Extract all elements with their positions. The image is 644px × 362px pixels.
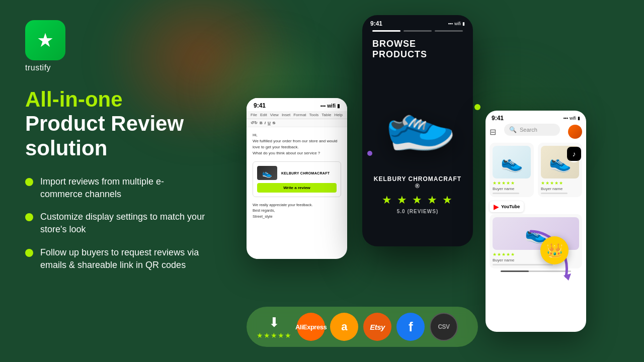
menu-tools: Tools xyxy=(309,113,319,117)
youtube-icon: ▶ xyxy=(494,203,499,211)
logo-box: ★ xyxy=(25,20,65,60)
email-footer-text: We really appreciate your feedback.Best … xyxy=(253,202,341,219)
write-review-button[interactable]: Write a review xyxy=(257,183,337,193)
browse-tab-3[interactable] xyxy=(435,30,463,32)
email-toolbar: File Edit View Inset Format Tools Table … xyxy=(247,111,347,119)
feature-text-3: Follow up buyers to request reviews via … xyxy=(40,246,206,272)
browse-product-info: KELBURY CHROMACRAFT ® ★ ★ ★ ★ ★ 5.0 (REV… xyxy=(362,167,473,222)
page-root: ★ trustify All-in-one Product Review sol… xyxy=(0,0,644,362)
browse-title: BROWSE PRODUCTS xyxy=(372,39,463,60)
shopping-signal-icon: ▪▪▪ xyxy=(563,116,568,121)
decorative-dot-yellow xyxy=(474,104,480,110)
format-undo: ↺↻ xyxy=(251,121,258,125)
tiktok-icon: ♪ xyxy=(573,150,576,158)
product-bar-2 xyxy=(541,193,568,194)
email-phone-icons: ▪▪▪ wifi ▮ xyxy=(320,103,340,109)
aliexpress-label: AliExpress xyxy=(295,323,327,331)
shoe-thumbnail: 👟 xyxy=(257,166,277,180)
search-icon: 🔍 xyxy=(509,126,517,133)
crown-icon: 👑 xyxy=(546,242,564,259)
csv-icon: CSV xyxy=(430,313,458,341)
product-card-mini: 👟 KELBURY CHROMACRAFT Write a review xyxy=(253,161,341,197)
format-strikethrough: S xyxy=(273,121,275,125)
etsy-icon: Etsy xyxy=(363,313,391,341)
product-name-mini: KELBURY CHROMACRAFT xyxy=(281,171,330,175)
format-underline: U xyxy=(268,121,271,125)
product-stars-2: ★★★★★ xyxy=(541,180,579,186)
shopping-wifi-icon: wifi xyxy=(570,116,576,121)
amazon-label: a xyxy=(341,320,347,333)
wifi-icon: wifi xyxy=(327,103,336,109)
tiktok-badge: ♪ xyxy=(567,147,581,161)
download-icon-group: ⬇ ★★★★★ xyxy=(257,315,292,339)
facebook-label: f xyxy=(409,319,413,335)
product-stars-1: ★★★★★ xyxy=(493,180,531,186)
aliexpress-icon: AliExpress xyxy=(297,313,325,341)
shopping-phone-time: 9:41 xyxy=(492,115,504,122)
search-placeholder-text: Search xyxy=(520,127,537,133)
headline-white-2: solution xyxy=(25,136,206,160)
feature-dot-3 xyxy=(25,249,33,257)
download-stars: ★★★★★ xyxy=(257,331,292,339)
format-italic: I xyxy=(265,121,266,125)
email-format-bar: ↺↻ B I U S xyxy=(247,119,347,127)
crown-badge: 👑 xyxy=(540,236,569,264)
shopping-phone-status-bar: 9:41 ▪▪▪ wifi ▮ xyxy=(486,111,586,124)
browse-review-count: 5.0 (REVIEWS) xyxy=(372,209,463,214)
csv-label: CSV xyxy=(438,323,449,330)
logo-container: ★ trustify xyxy=(25,20,206,72)
feature-text-1: Import reviews from multiple e-commerce … xyxy=(40,175,206,201)
headline-white-1: Product Review xyxy=(25,112,206,136)
product-buyer-2: Buyer name xyxy=(541,187,579,191)
headline-colored: All-in-one xyxy=(25,87,206,112)
shoe-hero: 👟 xyxy=(367,77,468,167)
menu-table: Table xyxy=(321,113,331,117)
feature-item-3: Follow up buyers to request reviews via … xyxy=(25,246,206,272)
logo-star-icon: ★ xyxy=(37,31,54,50)
menu-view: View xyxy=(270,113,279,117)
product-bar-1 xyxy=(493,193,519,194)
feature-item-2: Customize display settings to match your… xyxy=(25,211,206,236)
browse-phone-status-bar: 9:41 ▪▪▪ wifi ▮ xyxy=(362,15,473,30)
email-body-text: Hi,We fulfilled your order from our stor… xyxy=(253,132,341,156)
browse-phone-time: 9:41 xyxy=(370,20,382,27)
browse-phone-icons: ▪▪▪ wifi ▮ xyxy=(448,21,465,26)
youtube-badge: ▶ YouTube xyxy=(490,201,524,212)
amazon-icon: a xyxy=(330,313,358,341)
browse-tabs xyxy=(372,30,463,32)
feature-dot-2 xyxy=(25,213,33,221)
browse-stars: ★ ★ ★ ★ ★ xyxy=(372,194,463,207)
browse-tab-1[interactable] xyxy=(372,30,400,32)
menu-file: File xyxy=(251,113,257,117)
feature-item-1: Import reviews from multiple e-commerce … xyxy=(25,175,206,201)
svg-marker-0 xyxy=(564,274,571,281)
filter-icon[interactable]: ⊟ xyxy=(490,127,496,137)
shoe-hero-image: 👟 xyxy=(376,82,459,162)
menu-format: Format xyxy=(293,113,306,117)
product-buyer-1: Buyer name xyxy=(493,187,531,191)
phone-browse: 9:41 ▪▪▪ wifi ▮ BROWSE PRODUCTS 👟 KELBUR… xyxy=(362,15,473,246)
logo-text: trustify xyxy=(25,63,51,72)
facebook-icon: f xyxy=(396,313,425,341)
menu-help: Help xyxy=(334,113,342,117)
email-body: Hi,We fulfilled your order from our stor… xyxy=(247,127,347,224)
product-image-1: 👟 xyxy=(493,146,531,178)
decorative-dot-purple xyxy=(367,151,372,156)
product-card-mini-inner: 👟 KELBURY CHROMACRAFT xyxy=(257,166,337,180)
user-avatar[interactable] xyxy=(568,125,582,139)
browse-wifi-icon: wifi xyxy=(454,21,461,26)
youtube-label: YouTube xyxy=(501,204,520,209)
browse-tab-2[interactable] xyxy=(404,30,432,32)
browse-product-name: KELBURY CHROMACRAFT ® xyxy=(372,175,463,190)
format-bold: B xyxy=(260,121,263,125)
search-bar[interactable]: 🔍 Search xyxy=(504,124,560,136)
feature-text-2: Customize display settings to match your… xyxy=(40,211,206,236)
email-phone-time: 9:41 xyxy=(254,102,266,109)
menu-inset: Inset xyxy=(282,113,290,117)
signal-icon: ▪▪▪ xyxy=(320,103,326,109)
browse-battery-icon: ▮ xyxy=(462,21,465,26)
menu-edit: Edit xyxy=(260,113,267,117)
email-phone-status-bar: 9:41 ▪▪▪ wifi ▮ xyxy=(247,98,347,111)
browse-signal-icon: ▪▪▪ xyxy=(448,21,453,26)
product-tile-1[interactable]: 👟 ★★★★★ Buyer name xyxy=(490,143,534,197)
